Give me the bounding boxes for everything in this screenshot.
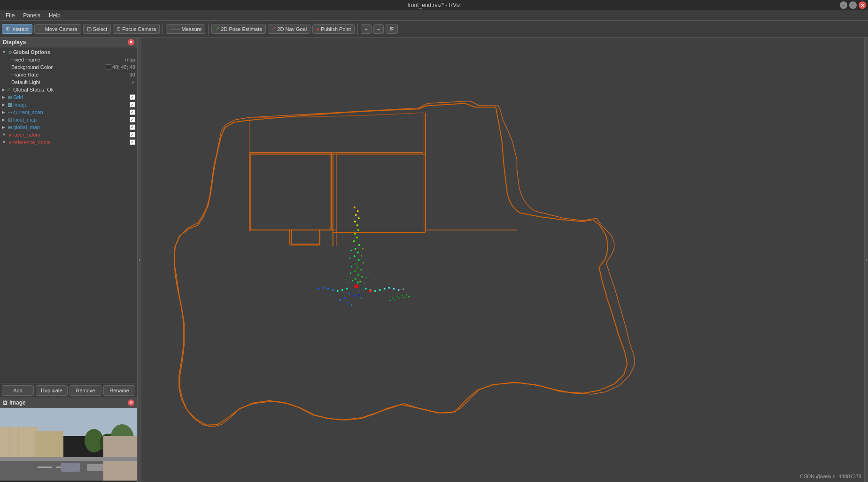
nav-goal-label: 2D Nav Goal	[277, 26, 307, 32]
svg-point-107	[399, 298, 400, 299]
toolbar-separator-1	[163, 23, 163, 35]
zoom-in-button[interactable]: +	[361, 24, 371, 34]
add-button[interactable]: Add	[2, 385, 34, 396]
displays-buttons: Add Duplicate Remove Rename	[0, 383, 137, 398]
svg-point-39	[357, 274, 359, 276]
svg-point-91	[357, 210, 359, 212]
svg-point-100	[363, 290, 364, 291]
svg-point-71	[403, 288, 404, 290]
global-options-item[interactable]: ▼ ⚙ Global Options	[0, 48, 137, 56]
laser-odom-icon: ∧	[7, 132, 13, 138]
left-panel: Displays ✕ ▼ ⚙ Global Options Fixed Fram…	[0, 38, 138, 482]
image-panel-close-button[interactable]: ✕	[128, 399, 134, 406]
laser-odom-label: laser_odom	[13, 132, 130, 138]
reference-odom-label: reference_odom	[13, 139, 130, 145]
3d-viewport[interactable]: CSDN @weixin_44081378	[141, 38, 864, 482]
menu-panels[interactable]: Panels	[19, 11, 44, 20]
image-icon: 🖼	[7, 102, 13, 107]
frame-rate-item[interactable]: Frame Rate 30	[0, 71, 137, 78]
settings-icon: ⚙	[389, 26, 394, 32]
select-icon: ▢	[87, 26, 92, 32]
svg-point-55	[363, 262, 364, 263]
svg-point-85	[360, 297, 362, 298]
zoom-out-button[interactable]: −	[373, 24, 384, 34]
svg-point-67	[384, 288, 386, 290]
svg-point-84	[347, 302, 349, 303]
svg-point-108	[401, 295, 403, 296]
menu-file[interactable]: File	[2, 11, 18, 20]
current-scan-checkbox[interactable]: ✓	[130, 109, 135, 115]
move-camera-button[interactable]: 🎥 Move Camera	[34, 24, 81, 34]
laser-odom-item[interactable]: ▼ ∧ laser_odom ✓	[0, 131, 137, 138]
svg-point-82	[344, 297, 346, 299]
svg-point-99	[353, 291, 354, 292]
minimize-button[interactable]: −	[840, 1, 847, 9]
maximize-button[interactable]: □	[849, 1, 857, 9]
displays-header: Displays ✕	[0, 38, 137, 47]
svg-point-89	[358, 217, 360, 219]
svg-point-45	[357, 252, 359, 253]
measure-button[interactable]: —— Measure	[166, 24, 205, 34]
svg-point-101	[355, 284, 358, 288]
image-checkbox[interactable]: ✓	[130, 102, 135, 107]
local-map-icon: ⊞	[7, 117, 13, 122]
remove-button[interactable]: Remove	[70, 385, 101, 396]
focus-camera-label: Focus Camera	[122, 26, 156, 32]
global-map-checkbox[interactable]: ✓	[130, 124, 135, 130]
menubar: File Panels Help	[0, 10, 868, 21]
local-map-item[interactable]: ▶ ⊞ local_map ✓	[0, 116, 137, 123]
svg-point-42	[355, 263, 357, 265]
select-label: Select	[93, 26, 108, 32]
global-status-item[interactable]: ▶ ✓ Global Status: Ok	[0, 86, 137, 93]
current-scan-item[interactable]: ▶ ⋯ current_scan ✓	[0, 108, 137, 116]
menu-help[interactable]: Help	[45, 11, 64, 20]
svg-point-111	[408, 296, 410, 297]
duplicate-button[interactable]: Duplicate	[36, 385, 68, 396]
svg-point-70	[398, 289, 400, 291]
background-color-item[interactable]: Background Color 48; 48; 48	[0, 63, 137, 71]
local-map-expand: ▶	[2, 117, 7, 122]
settings-button[interactable]: ⚙	[386, 24, 398, 34]
svg-rect-15	[141, 38, 864, 482]
titlebar: front_end.rviz* - RViz − □ ✕	[0, 0, 868, 10]
left-panel-collapse-handle[interactable]: ‹	[138, 38, 141, 482]
svg-point-57	[362, 248, 364, 250]
select-button[interactable]: ▢ Select	[83, 24, 111, 34]
grid-expand-icon: ▶	[2, 95, 7, 99]
3d-visualization	[141, 38, 864, 482]
local-map-checkbox[interactable]: ✓	[130, 117, 135, 122]
rename-button[interactable]: Rename	[103, 385, 135, 396]
svg-point-80	[353, 295, 355, 297]
svg-point-52	[359, 281, 361, 282]
pose-estimate-button[interactable]: ↗ 2D Pose Estimate	[211, 24, 266, 34]
svg-rect-11	[87, 464, 103, 471]
grid-label: Grid	[13, 94, 130, 100]
grid-checkbox[interactable]: ✓	[130, 94, 135, 100]
svg-rect-10	[61, 463, 80, 472]
svg-point-93	[364, 283, 365, 284]
laser-odom-checkbox[interactable]: ✓	[130, 132, 135, 138]
svg-point-37	[357, 282, 359, 283]
interact-button[interactable]: Interact	[2, 24, 32, 34]
reference-odom-checkbox[interactable]: ✓	[130, 139, 135, 145]
focus-icon: ⊙	[116, 26, 121, 32]
grid-item[interactable]: ▶ ⊞ Grid ✓	[0, 93, 137, 101]
close-button[interactable]: ✕	[859, 1, 866, 9]
global-map-icon: ⊞	[7, 125, 13, 130]
focus-camera-button[interactable]: ⊙ Focus Camera	[113, 24, 160, 34]
toolbar-separator-2	[208, 23, 209, 35]
svg-point-43	[358, 259, 360, 261]
background-color-label: Background Color	[11, 64, 106, 70]
frame-rate-label: Frame Rate	[11, 72, 130, 77]
reference-odom-item[interactable]: ▼ ∧ reference_odom ✓	[0, 138, 137, 146]
nav-goal-button[interactable]: ↗ 2D Nav Goal	[268, 24, 310, 34]
image-item[interactable]: ▶ 🖼 Image ✓	[0, 101, 137, 108]
default-light-item[interactable]: Default Light ✓	[0, 78, 137, 86]
global-map-item[interactable]: ▶ ⊞ global_map ✓	[0, 123, 137, 131]
right-panel-collapse-handle[interactable]: ›	[864, 38, 868, 482]
fixed-frame-item[interactable]: Fixed Frame map	[0, 56, 137, 63]
image-panel-icon: 🖼	[3, 400, 8, 405]
default-light-value: ✓	[131, 79, 135, 85]
publish-point-button[interactable]: ● Publish Point	[312, 24, 355, 34]
displays-close-button[interactable]: ✕	[128, 39, 134, 46]
